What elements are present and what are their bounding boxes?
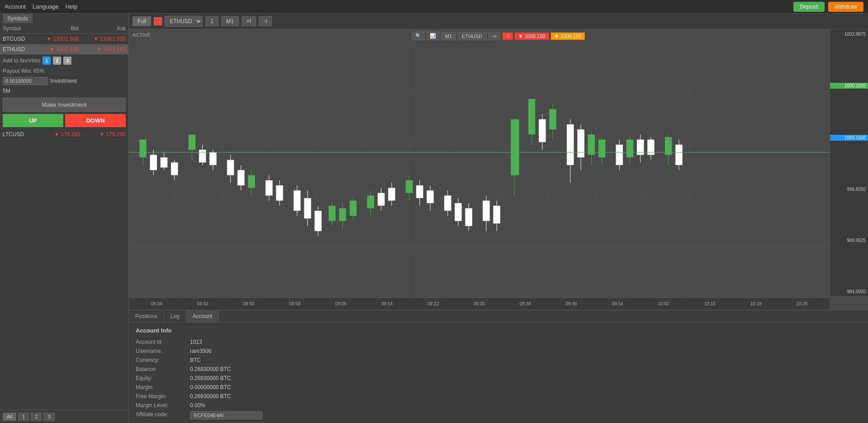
svg-rect-80 xyxy=(528,99,535,135)
zoom-out-button[interactable]: -I xyxy=(259,16,272,26)
tab-positions[interactable]: Positions xyxy=(129,310,164,322)
favorites-label: Add to favorites xyxy=(3,57,40,64)
menu-account[interactable]: Account xyxy=(5,3,26,10)
table-row[interactable]: LTCUSD ▼ 179.295 ▼ 179.295 xyxy=(0,129,128,140)
time-label-7: 09:30 xyxy=(474,301,485,306)
username-value: ram3500 xyxy=(190,347,267,356)
account-row: Equity: 0.26930000 BTC xyxy=(136,374,267,383)
active-label: ACTIVE xyxy=(133,32,151,38)
full-button[interactable]: Full xyxy=(133,16,151,26)
svg-rect-36 xyxy=(237,170,244,185)
bottom-tabs: Positions Log Account xyxy=(129,310,868,323)
svg-rect-94 xyxy=(616,145,623,165)
bid-price: ▼ 1001.150 xyxy=(34,44,81,55)
svg-rect-84 xyxy=(549,109,556,129)
withdraw-button[interactable]: Withdraw xyxy=(828,2,863,12)
account-row: Free Margin: 0.26930000 BTC xyxy=(136,392,267,401)
page-1-button[interactable]: 1 xyxy=(18,413,29,421)
chart-symbol-button[interactable]: ETHUSD xyxy=(458,32,486,40)
down-button[interactable]: DOWN xyxy=(65,114,126,127)
make-investment-button[interactable]: Make Investment xyxy=(3,98,126,112)
balance-label: Balance: xyxy=(136,365,190,374)
timeframe-1-button[interactable]: 1 xyxy=(205,16,218,26)
price-label-blue: 1000.1500 xyxy=(830,135,868,141)
svg-rect-28 xyxy=(189,134,195,150)
tab-log[interactable]: Log xyxy=(164,310,186,322)
svg-rect-30 xyxy=(199,150,206,162)
svg-rect-88 xyxy=(577,129,584,157)
svg-rect-38 xyxy=(248,175,255,188)
chart-m1-button[interactable]: M1 xyxy=(441,32,456,40)
zoom-in-button[interactable]: +I xyxy=(242,16,256,26)
account-id-value: 1013 xyxy=(190,337,267,347)
price-label-5: 984.5000 xyxy=(830,289,868,294)
page-all-button[interactable]: All xyxy=(3,413,16,421)
bar-chart-button[interactable]: 📊 xyxy=(427,32,439,40)
margin-level-label: Margin Level: xyxy=(136,401,190,410)
svg-rect-60 xyxy=(388,188,395,200)
affiliate-input[interactable] xyxy=(190,411,262,419)
col-symbol: Symbol xyxy=(0,24,34,34)
fav-button-1[interactable]: 1 xyxy=(43,57,51,65)
symbol-name: LTCUSD xyxy=(0,129,38,140)
currency-label: Currency: xyxy=(136,356,190,365)
svg-rect-50 xyxy=(328,206,335,221)
svg-rect-72 xyxy=(465,208,472,226)
svg-rect-78 xyxy=(511,119,519,176)
top-menu-left: Account Language Help xyxy=(5,3,78,10)
table-row[interactable]: BTCUSD ▼ 11001.500 ▼ 11001.500 xyxy=(0,34,128,44)
svg-rect-68 xyxy=(444,195,451,211)
time-label-0: 08:34 xyxy=(151,301,162,306)
svg-rect-66 xyxy=(427,190,433,203)
symbol-select[interactable]: ETHUSD BTCUSD LTCUSD xyxy=(165,16,203,27)
svg-rect-64 xyxy=(416,185,423,198)
svg-rect-52 xyxy=(339,208,346,221)
investment-input[interactable] xyxy=(3,77,48,85)
symbol-name: ETHUSD xyxy=(0,44,34,55)
svg-rect-74 xyxy=(483,200,489,221)
svg-rect-96 xyxy=(626,140,633,157)
svg-rect-54 xyxy=(350,200,356,216)
account-row: Margin: 0.00000000 BTC xyxy=(136,383,267,392)
fav-button-2[interactable]: 2 xyxy=(53,57,61,65)
time-label-9: 09:46 xyxy=(566,301,577,306)
price-badge-2: ▼ 1000.150 xyxy=(550,33,585,40)
svg-rect-44 xyxy=(294,190,300,211)
price-label-current: 1000.1500 xyxy=(830,83,868,89)
chart-minus-button[interactable]: -I xyxy=(503,33,513,40)
account-row: Margin Level: 0.00% xyxy=(136,401,267,410)
affiliate-label: Affiliate code: xyxy=(136,410,190,421)
magnifier-button[interactable]: 🔍 xyxy=(412,32,425,40)
menu-language[interactable]: Language xyxy=(33,3,59,10)
menu-help[interactable]: Help xyxy=(66,3,78,10)
page-3-button[interactable]: 3 xyxy=(43,413,54,421)
svg-rect-86 xyxy=(567,124,574,165)
symbols-tab[interactable]: Symbols xyxy=(3,14,33,23)
price-label-4: 900.6625 xyxy=(830,238,868,243)
fav-button-3[interactable]: 3 xyxy=(63,57,71,65)
page-2-button[interactable]: 2 xyxy=(31,413,42,421)
payout-label: Payout Win: 65% xyxy=(3,68,44,74)
chart-plus-button[interactable]: +I xyxy=(488,32,500,40)
chart-inner-toolbar: 🔍 📊 M1 ETHUSD +I -I ▼ 1000.150 ▼ 1000.15… xyxy=(412,32,585,40)
chart-container: ACTIVE 🔍 📊 M1 ETHUSD +I -I ▼ 1000.150 ▼ … xyxy=(129,29,868,310)
account-row: Username: ram3500 xyxy=(136,347,267,356)
favorites-row: Add to favorites 1 2 3 xyxy=(0,55,128,67)
symbols-tab-container: Symbols xyxy=(0,14,128,24)
ltc-table: LTCUSD ▼ 179.295 ▼ 179.295 xyxy=(0,129,128,140)
free-margin-label: Free Margin: xyxy=(136,392,190,401)
table-row[interactable]: ETHUSD ▼ 1001.150 ▼ 1001.163 xyxy=(0,44,128,55)
svg-rect-20 xyxy=(139,140,146,157)
balance-value: 0.26930000 BTC xyxy=(190,365,267,374)
tab-account[interactable]: Account xyxy=(186,310,219,322)
timeframe-m1-button[interactable]: M1 xyxy=(221,16,239,26)
color-picker[interactable] xyxy=(154,17,162,25)
margin-label: Margin: xyxy=(136,383,190,392)
up-button[interactable]: UP xyxy=(3,114,63,127)
margin-level-value: 0.00% xyxy=(190,401,267,410)
account-info-table: Account id: 1013 Username: ram3500 Curre… xyxy=(136,337,267,421)
svg-rect-40 xyxy=(266,180,272,195)
investment-currency: Investment xyxy=(50,78,77,84)
candlestick-chart xyxy=(129,43,830,297)
deposit-button[interactable]: Deposit xyxy=(793,2,825,12)
